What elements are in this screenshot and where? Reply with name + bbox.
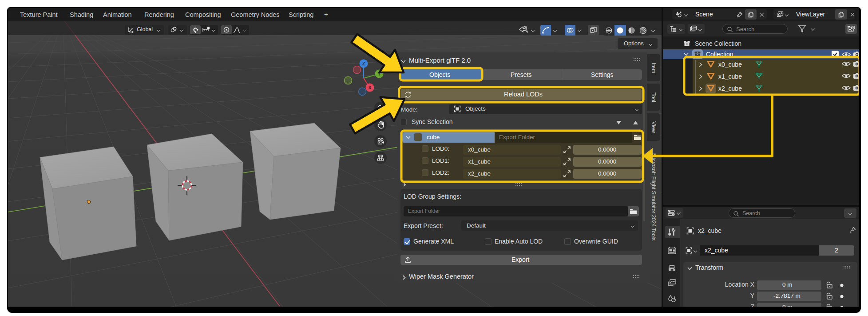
svg-text:X: X xyxy=(368,85,372,90)
svg-text:Z: Z xyxy=(362,61,365,66)
svg-text:Y: Y xyxy=(377,71,381,76)
